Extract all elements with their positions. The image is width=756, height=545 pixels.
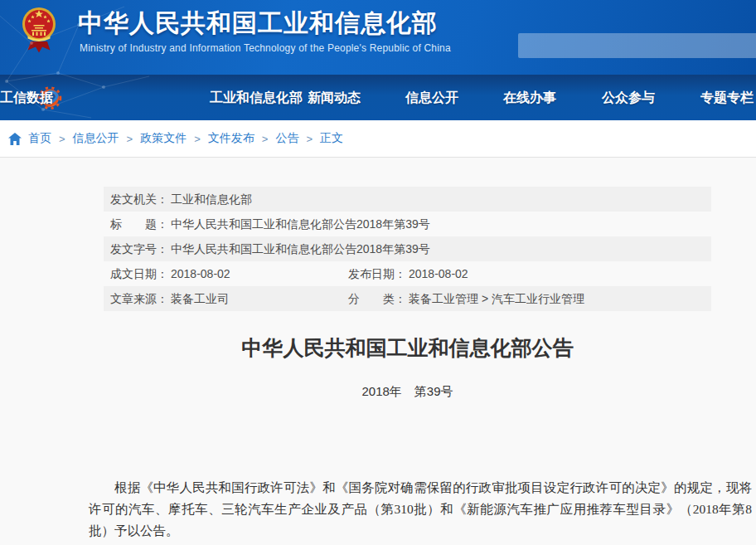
nav-item-public-participation[interactable]: 公众参与 [602,75,655,120]
nav-item-info-disclosure[interactable]: 信息公开 [405,75,458,120]
breadcrumb-current-article: 正文 [320,131,343,146]
breadcrumb-announcements[interactable]: 公告 [275,131,298,146]
breadcrumb-separator: > [194,133,201,145]
nav-item-news[interactable]: 新闻动态 [308,75,361,120]
meta-label: 标 题： [110,217,168,231]
breadcrumb-info-disclosure[interactable]: 信息公开 [73,131,119,146]
main-nav: 工业和信息化部 新闻动态 信息公开 在线办事 公众参与 专题专栏 工信数据 [0,75,756,120]
meta-value: 工业和信息化部 [171,192,252,206]
national-emblem-icon [22,6,56,56]
meta-label: 发文字号： [110,242,168,255]
meta-row-source-category: 文章来源：装备工业司 分 类：装备工业管理 > 汽车工业行业管理 [104,286,711,311]
meta-value: 中华人民共和国工业和信息化部公告2018年第39号 [171,217,430,231]
meta-row-title: 标 题：中华人民共和国工业和信息化部公告2018年第39号 [104,212,711,236]
meta-value: 中华人民共和国工业和信息化部公告2018年第39号 [171,242,430,255]
article-title: 中华人民共和国工业和信息化部公告 [104,334,711,362]
document-meta-table: 发文机关：工业和信息化部 标 题：中华人民共和国工业和信息化部公告2018年第3… [104,187,711,311]
meta-label: 发文机关： [110,192,168,206]
nav-item-miit[interactable]: 工业和信息化部 [210,75,303,120]
nav-item-special-topics[interactable]: 专题专栏 [700,75,754,120]
meta-label: 文章来源： [110,292,168,305]
meta-value: 装备工业司 [171,292,229,305]
site-banner: 中华人民共和国工业和信息化部 Ministry of Industry and … [0,0,756,120]
nav-item-online-services[interactable]: 在线办事 [503,75,556,120]
breadcrumb-separator: > [127,133,133,145]
meta-row-issuing-authority: 发文机关：工业和信息化部 [104,187,711,212]
nav-item-miit-data[interactable]: 工信数据 [0,75,53,120]
meta-label: 分 类： [348,292,406,305]
site-title-english: Ministry of Industry and Information Tec… [80,42,451,54]
meta-row-doc-number: 发文字号：中华人民共和国工业和信息化部公告2018年第39号 [104,236,711,261]
site-header: 中华人民共和国工业和信息化部 Ministry of Industry and … [0,0,756,75]
breadcrumb-separator: > [306,133,313,145]
article-doc-number: 2018年 第39号 [104,384,711,400]
meta-value: 2018-08-02 [409,267,468,280]
article-body-paragraph: 根据《中华人民共和国行政许可法》和《国务院对确需保留的行政审批项目设定行政许可的… [89,477,752,542]
meta-row-dates: 成文日期：2018-08-02 发布日期：2018-08-02 [104,261,711,286]
breadcrumb-document-release[interactable]: 文件发布 [208,131,254,146]
meta-value: 装备工业管理 > 汽车工业行业管理 [409,292,584,305]
meta-label: 发布日期： [348,267,406,280]
meta-value: 2018-08-02 [171,267,230,280]
breadcrumb: 首页 > 信息公开 > 政策文件 > 文件发布 > 公告 > 正文 [0,120,756,158]
breadcrumb-home[interactable]: 首页 [28,131,51,146]
breadcrumb-policy-documents[interactable]: 政策文件 [140,131,187,146]
search-input[interactable] [518,33,756,58]
article-page: 发文机关：工业和信息化部 标 题：中华人民共和国工业和信息化部公告2018年第3… [0,158,756,545]
breadcrumb-separator: > [59,133,65,145]
meta-label: 成文日期： [110,267,168,280]
breadcrumb-separator: > [262,133,269,145]
home-icon[interactable] [8,133,22,145]
site-title: 中华人民共和国工业和信息化部 [78,7,438,41]
